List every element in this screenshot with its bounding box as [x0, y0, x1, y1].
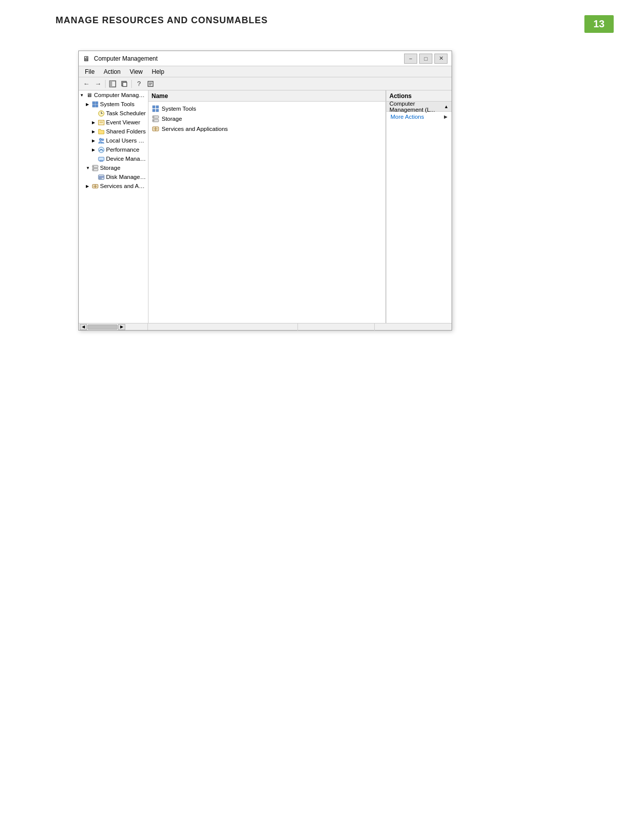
- disk-management-label: Disk Management: [106, 174, 147, 180]
- content-services-icon: [152, 125, 160, 133]
- svg-rect-30: [99, 178, 102, 179]
- svg-rect-25: [93, 166, 94, 167]
- new-window-button[interactable]: [119, 79, 130, 89]
- local-users-arrow: ▶: [92, 138, 97, 143]
- tree-item-local-users[interactable]: ▶ Local Users and Groups: [79, 136, 148, 145]
- device-manager-label: Device Manager: [106, 156, 147, 162]
- tree-item-shared-folders[interactable]: ▶ Shared Folders: [79, 127, 148, 136]
- toolbar-separator-1: [105, 80, 106, 88]
- scroll-right-button[interactable]: ▶: [118, 324, 125, 330]
- content-storage-label: Storage: [162, 116, 182, 122]
- more-actions-label: More Actions: [390, 114, 424, 120]
- actions-section-label-text: Computer Management (L...: [389, 101, 444, 113]
- help-button[interactable]: ?: [133, 79, 144, 89]
- scroll-left-button[interactable]: ◀: [80, 324, 87, 330]
- shared-folders-arrow: ▶: [92, 129, 97, 134]
- tree-item-event-viewer[interactable]: ▶ Event Viewer: [79, 118, 148, 127]
- svg-rect-37: [156, 109, 159, 112]
- root-label: Computer Management (Local: [94, 92, 147, 98]
- main-content: ▼ 🖥 Computer Management (Local ▶ System …: [79, 90, 452, 323]
- actions-panel: Actions Computer Management (L... ▲ More…: [386, 90, 452, 323]
- system-tools-label: System Tools: [100, 101, 134, 107]
- tree-item-storage[interactable]: ▼ Storage: [79, 163, 148, 172]
- tree-item-system-tools[interactable]: ▶ System Tools: [79, 100, 148, 109]
- back-button[interactable]: ←: [81, 79, 92, 89]
- content-header: Name: [148, 90, 385, 102]
- root-icon: 🖥: [85, 91, 92, 99]
- shared-folders-label: Shared Folders: [106, 128, 146, 134]
- status-sections: [148, 323, 452, 331]
- page-title: MANAGE RESOURCES AND CONSUMABLES: [56, 15, 268, 26]
- svg-rect-36: [153, 109, 155, 112]
- root-expand-arrow: ▼: [80, 93, 85, 98]
- status-section-3: [375, 323, 452, 331]
- tree-item-services[interactable]: ▶ Services and Applications: [79, 181, 148, 191]
- svg-rect-27: [93, 169, 94, 170]
- svg-rect-41: [153, 120, 155, 121]
- tree-item-device-manager[interactable]: Device Manager: [79, 154, 148, 163]
- svg-rect-35: [156, 106, 159, 108]
- close-button[interactable]: ✕: [434, 54, 448, 64]
- task-scheduler-label: Task Scheduler: [106, 110, 146, 116]
- actions-more-actions[interactable]: More Actions ▶: [386, 112, 452, 122]
- task-scheduler-icon: [97, 110, 105, 117]
- tree-scrollbar-thumb[interactable]: [87, 325, 118, 330]
- title-bar: 🖥 Computer Management − □ ✕: [79, 51, 452, 66]
- menu-view[interactable]: View: [126, 67, 147, 76]
- performance-label: Performance: [106, 147, 139, 153]
- svg-rect-8: [92, 102, 95, 104]
- performance-arrow: ▶: [92, 148, 97, 152]
- event-viewer-icon: [97, 119, 105, 126]
- svg-point-19: [102, 138, 104, 141]
- toolbar-separator-2: [131, 80, 132, 88]
- menu-action[interactable]: Action: [100, 67, 124, 76]
- properties-button[interactable]: [145, 79, 156, 89]
- system-tools-arrow: ▶: [86, 102, 91, 107]
- services-icon: [91, 182, 98, 190]
- content-list: System Tools Storage Servi: [148, 102, 385, 136]
- content-row-storage[interactable]: Storage: [148, 114, 385, 124]
- tree-scrollbar-area: ◀ ▶: [79, 323, 148, 330]
- toolbar: ← → ?: [79, 77, 452, 90]
- title-bar-controls: − □ ✕: [404, 54, 448, 64]
- event-viewer-label: Event Viewer: [106, 119, 140, 125]
- menu-bar: File Action View Help: [79, 66, 452, 77]
- tree-item-task-scheduler[interactable]: Task Scheduler: [79, 109, 148, 118]
- svg-rect-15: [98, 120, 104, 125]
- tree-item-performance[interactable]: ▶ Performance: [79, 145, 148, 154]
- services-label: Services and Applications: [100, 183, 147, 189]
- more-actions-arrow: ▶: [444, 114, 448, 119]
- page-header: MANAGE RESOURCES AND CONSUMABLES 13: [0, 0, 644, 43]
- svg-rect-10: [92, 105, 95, 107]
- menu-file[interactable]: File: [81, 67, 98, 76]
- window-icon: 🖥: [83, 55, 91, 63]
- storage-arrow: ▼: [86, 166, 91, 170]
- content-system-tools-label: System Tools: [162, 106, 196, 112]
- svg-rect-3: [123, 82, 127, 86]
- minimize-button[interactable]: −: [404, 54, 417, 64]
- svg-rect-29: [99, 176, 104, 177]
- tree-root[interactable]: ▼ 🖥 Computer Management (Local: [79, 90, 148, 100]
- show-hide-button[interactable]: [107, 79, 118, 89]
- device-manager-icon: [97, 155, 105, 162]
- actions-section-computer-mgmt[interactable]: Computer Management (L... ▲: [386, 102, 452, 112]
- menu-help[interactable]: Help: [148, 67, 169, 76]
- storage-icon: [91, 164, 98, 171]
- svg-rect-9: [95, 102, 98, 104]
- status-bar-area: [148, 323, 452, 330]
- content-row-services[interactable]: Services and Applications: [148, 124, 385, 134]
- svg-rect-1: [110, 81, 112, 87]
- content-storage-icon: [152, 115, 160, 123]
- tree-item-disk-management[interactable]: Disk Management: [79, 172, 148, 181]
- page: MANAGE RESOURCES AND CONSUMABLES 13 🖥 Co…: [0, 0, 644, 834]
- svg-rect-39: [153, 117, 155, 118]
- maximize-button[interactable]: □: [419, 54, 432, 64]
- content-row-system-tools[interactable]: System Tools: [148, 104, 385, 114]
- status-section-2: [298, 323, 375, 331]
- name-column-header: Name: [152, 92, 168, 100]
- event-viewer-arrow: ▶: [92, 120, 97, 125]
- bottom-area: ◀ ▶: [79, 323, 452, 330]
- svg-rect-11: [95, 105, 98, 107]
- forward-button[interactable]: →: [92, 79, 104, 89]
- content-system-tools-icon: [152, 105, 160, 113]
